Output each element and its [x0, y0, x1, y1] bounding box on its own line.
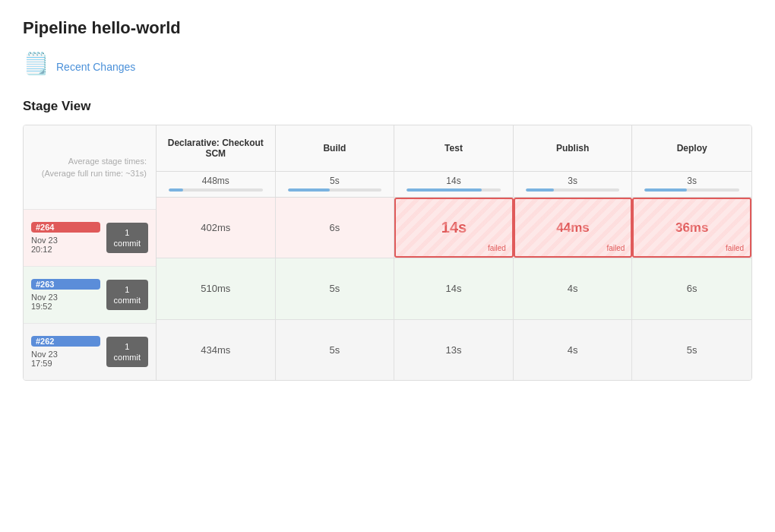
build-262-time: 17:59: [31, 359, 100, 368]
builds-panel: Average stage times: (Average full run t…: [24, 125, 157, 380]
avg-test: 14s: [394, 172, 514, 197]
recent-changes-section: 🗒️ Recent Changes: [23, 53, 752, 81]
build-263-time: 19:52: [31, 302, 100, 311]
data-rows-container: 402ms 6s 14s failed 44ms failed 36m: [157, 198, 751, 380]
cell-264-deploy[interactable]: 36ms failed: [632, 198, 751, 258]
cell-262-publish[interactable]: 4s: [514, 320, 633, 380]
failed-label-test: failed: [488, 244, 506, 252]
cell-263-deploy[interactable]: 6s: [632, 258, 751, 318]
page-title: Pipeline hello-world: [23, 18, 752, 38]
stages-grid: Declarative: Checkout SCM Build Test Pub…: [157, 125, 751, 380]
build-264-commit-btn[interactable]: 1commit: [106, 223, 148, 254]
cell-263-test[interactable]: 14s: [394, 258, 514, 318]
build-262-date: Nov 23: [31, 350, 100, 359]
stage-header-deploy: Deploy: [632, 125, 751, 171]
avg-times-line1: Average stage times:: [33, 155, 147, 168]
data-row-264: 402ms 6s 14s failed 44ms failed 36m: [157, 198, 751, 258]
failed-label-deploy: failed: [726, 244, 744, 252]
avg-build: 5s: [276, 172, 395, 197]
stage-header-publish: Publish: [514, 125, 633, 171]
cell-263-checkout[interactable]: 510ms: [157, 258, 276, 318]
cell-264-checkout[interactable]: 402ms: [157, 198, 276, 258]
build-263-commit-btn[interactable]: 1commit: [106, 280, 148, 311]
build-263-date: Nov 23: [31, 293, 100, 302]
stages-header: Declarative: Checkout SCM Build Test Pub…: [157, 125, 751, 172]
cell-264-publish[interactable]: 44ms failed: [514, 198, 633, 258]
build-264-badge[interactable]: #264: [31, 222, 100, 233]
build-262-info: #262 Nov 23 17:59: [31, 336, 100, 368]
stage-view-container: Average stage times: (Average full run t…: [23, 125, 752, 381]
notebook-icon: 🗒️: [23, 53, 50, 81]
build-row-262: #262 Nov 23 17:59 1commit: [24, 323, 156, 380]
cell-263-build[interactable]: 5s: [276, 258, 395, 318]
data-row-262: 434ms 5s 13s 4s 5s: [157, 319, 751, 380]
build-263-info: #263 Nov 23 19:52: [31, 279, 100, 311]
recent-changes-link[interactable]: Recent Changes: [56, 61, 135, 73]
stage-header-build: Build: [276, 125, 395, 171]
stage-header-test: Test: [394, 125, 514, 171]
stage-view-heading: Stage View: [23, 99, 752, 114]
avg-deploy: 3s: [632, 172, 751, 197]
build-264-date: Nov 23: [31, 236, 100, 245]
stage-header-checkout: Declarative: Checkout SCM: [157, 125, 276, 171]
cell-262-checkout[interactable]: 434ms: [157, 320, 276, 380]
cell-264-test[interactable]: 14s failed: [394, 198, 514, 258]
avg-times-section: Average stage times: (Average full run t…: [24, 125, 156, 209]
cell-264-build[interactable]: 6s: [276, 198, 395, 258]
avg-times-line2: (Average full run time: ~31s): [33, 167, 147, 180]
avg-checkout: 448ms: [157, 172, 276, 197]
build-262-badge[interactable]: #262: [31, 336, 100, 347]
failed-label-publish: failed: [606, 244, 625, 252]
cell-262-build[interactable]: 5s: [276, 320, 395, 380]
cell-263-publish[interactable]: 4s: [514, 258, 633, 318]
build-row-264: #264 Nov 23 20:12 1commit: [24, 209, 156, 266]
build-264-time: 20:12: [31, 245, 100, 254]
build-row-263: #263 Nov 23 19:52 1commit: [24, 266, 156, 323]
cell-262-test[interactable]: 13s: [394, 320, 514, 380]
build-262-commit-btn[interactable]: 1commit: [106, 337, 148, 368]
avg-publish: 3s: [514, 172, 633, 197]
data-row-263: 510ms 5s 14s 4s 6s: [157, 258, 751, 318]
cell-262-deploy[interactable]: 5s: [632, 320, 751, 380]
build-264-info: #264 Nov 23 20:12: [31, 222, 100, 254]
avg-row: 448ms 5s 14s 3s 3s: [157, 172, 751, 198]
build-263-badge[interactable]: #263: [31, 279, 100, 290]
